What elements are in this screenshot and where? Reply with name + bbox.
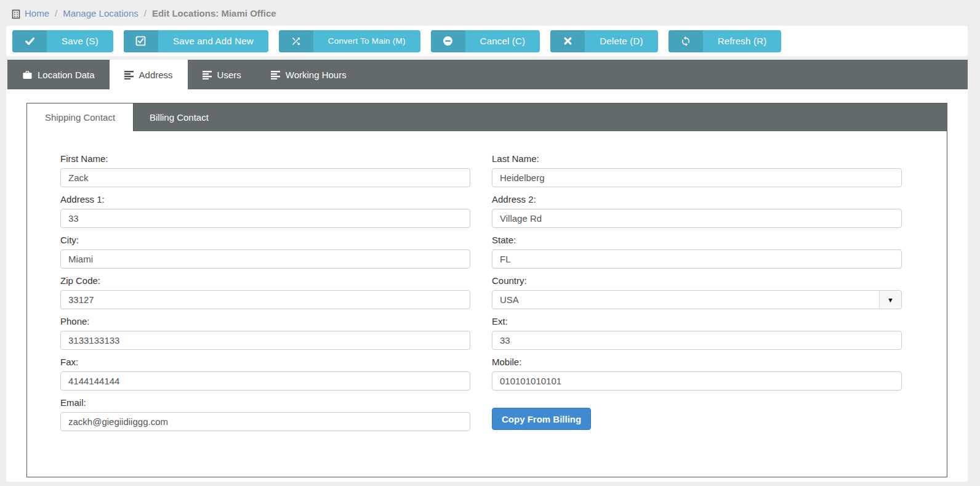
mobile-input[interactable] [492, 371, 902, 391]
address1-label: Address 1: [60, 194, 470, 205]
fax-field-group: Fax: [60, 357, 470, 391]
tab-label: Location Data [38, 70, 95, 80]
sync-icon [669, 30, 703, 52]
convert-to-main-button-label: Convert To Main (M) [313, 30, 420, 52]
save-button[interactable]: Save (S) [12, 30, 113, 52]
state-input[interactable] [492, 249, 902, 269]
city-field-group: City: [60, 235, 470, 269]
address1-input[interactable] [60, 209, 470, 228]
convert-to-main-button[interactable]: Convert To Main (M) [279, 30, 420, 52]
address2-field-group: Address 2: [492, 194, 902, 228]
main-area: Save (S) Save and Add New Convert To Mai… [6, 26, 968, 482]
country-select-value[interactable] [492, 291, 879, 309]
refresh-button-label: Refresh (R) [703, 30, 782, 52]
first-name-input[interactable] [60, 168, 470, 187]
refresh-button[interactable]: Refresh (R) [669, 30, 782, 52]
action-toolbar: Save (S) Save and Add New Convert To Mai… [6, 26, 968, 56]
first-name-label: First Name: [60, 153, 470, 164]
delete-button-label: Delete (D) [585, 30, 657, 52]
email-field-group: Email: [60, 397, 470, 431]
address2-input[interactable] [492, 209, 902, 228]
tab-label: Working Hours [286, 70, 347, 80]
cancel-button-label: Cancel (C) [465, 30, 540, 52]
email-input[interactable] [60, 412, 470, 431]
city-label: City: [60, 235, 470, 245]
save-button-label: Save (S) [47, 30, 113, 52]
state-field-group: State: [492, 235, 902, 269]
zip-code-input[interactable] [60, 290, 470, 309]
breadcrumb-current-page: Edit Locations: Miami Office [152, 8, 276, 18]
fax-label: Fax: [60, 357, 470, 367]
save-and-add-new-button-label: Save and Add New [158, 30, 268, 52]
delete-button[interactable]: Delete (D) [550, 30, 657, 52]
subtab-label: Billing Contact [150, 112, 209, 123]
tab-address[interactable]: Address [110, 60, 188, 89]
zip-code-field-group: Zip Code: [60, 275, 470, 309]
city-input[interactable] [60, 249, 470, 269]
breadcrumb-separator: / [144, 8, 147, 18]
breadcrumb: Home / Manage Locations / Edit Locations… [0, 0, 980, 26]
last-name-field-group: Last Name: [492, 153, 902, 187]
breadcrumb-link-manage-locations[interactable]: Manage Locations [63, 8, 139, 18]
tab-label: Address [139, 70, 173, 80]
last-name-label: Last Name: [492, 153, 902, 164]
email-label: Email: [60, 397, 470, 408]
checkbox-check-icon [124, 30, 158, 52]
tab-working-hours[interactable]: Working Hours [256, 60, 361, 89]
state-label: State: [492, 235, 902, 245]
check-icon [12, 30, 47, 52]
phone-field-group: Phone: [60, 316, 470, 350]
phone-input[interactable] [60, 331, 470, 350]
subtab-shipping-contact[interactable]: Shipping Contact [26, 103, 134, 131]
list-icon [271, 70, 281, 79]
last-name-input[interactable] [492, 168, 902, 187]
list-icon [124, 70, 134, 79]
subtab-label: Shipping Contact [45, 112, 115, 123]
ext-input[interactable] [492, 331, 902, 350]
tab-users[interactable]: Users [188, 60, 256, 89]
save-and-add-new-button[interactable]: Save and Add New [124, 30, 268, 52]
contact-panel: Shipping Contact Billing Contact First N… [26, 103, 947, 477]
chevron-down-icon[interactable]: ▼ [879, 291, 901, 309]
building-icon [11, 9, 21, 19]
tab-content: Shipping Contact Billing Contact First N… [6, 89, 968, 482]
address1-field-group: Address 1: [60, 194, 470, 228]
briefcase-icon [22, 70, 33, 80]
shuffle-icon [279, 30, 313, 52]
x-icon [550, 30, 585, 52]
ext-field-group: Ext: [492, 316, 902, 350]
country-label: Country: [492, 275, 902, 286]
contact-subtab-bar: Shipping Contact Billing Contact [27, 103, 947, 131]
zip-code-label: Zip Code: [60, 275, 470, 286]
phone-label: Phone: [60, 316, 470, 326]
breadcrumb-link-home[interactable]: Home [25, 8, 49, 18]
main-tab-bar: Location Data Address Users [7, 60, 968, 89]
mobile-field-group: Mobile: [492, 357, 902, 391]
fax-input[interactable] [60, 371, 470, 391]
subtab-billing-contact[interactable]: Billing Contact [134, 103, 225, 131]
copy-from-billing-button[interactable]: Copy From Billing [492, 408, 591, 430]
tab-location-data[interactable]: Location Data [7, 60, 110, 89]
first-name-field-group: First Name: [60, 153, 470, 187]
address2-label: Address 2: [492, 194, 902, 205]
copy-from-billing-cell: Copy From Billing [492, 397, 902, 438]
shipping-contact-form: First Name: Last Name: Address 1: Addres… [27, 131, 947, 475]
mobile-label: Mobile: [492, 357, 902, 367]
cancel-button[interactable]: Cancel (C) [431, 30, 540, 52]
country-field-group: Country: ▼ [492, 275, 902, 309]
tab-label: Users [217, 70, 241, 80]
minus-circle-icon [431, 30, 465, 52]
breadcrumb-separator: / [55, 8, 57, 18]
country-select[interactable]: ▼ [492, 290, 902, 309]
ext-label: Ext: [492, 316, 902, 326]
list-icon [203, 70, 212, 79]
